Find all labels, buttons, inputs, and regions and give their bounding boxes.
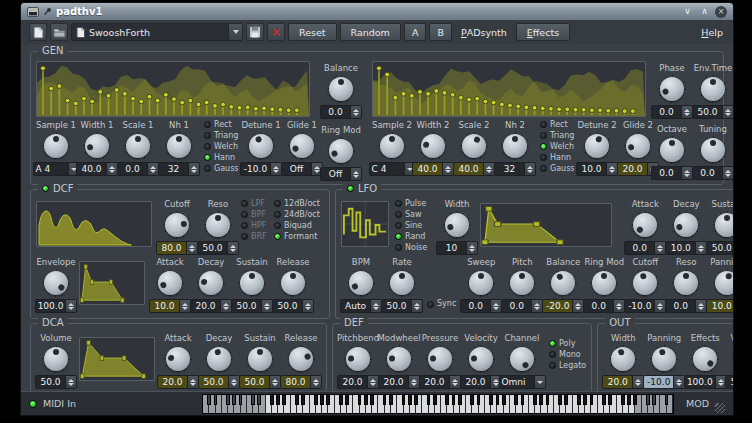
cutoff-knob[interactable] [163,211,191,239]
black-key[interactable] [627,395,631,405]
black-key[interactable] [427,395,431,405]
sustain-spinbox[interactable]: 50.0 [231,299,273,313]
bpm-spinbox[interactable]: Auto [340,299,382,313]
black-key[interactable] [633,395,637,405]
new-preset-button[interactable] [29,23,47,41]
effects-spinbox[interactable]: 100.0 [684,375,727,389]
release-spinbox[interactable]: 80.0 [280,375,322,389]
panning-knob[interactable] [650,345,678,373]
black-key[interactable] [652,395,656,405]
panning-knob[interactable] [713,269,733,297]
nh2-knob[interactable] [501,132,529,160]
modwheel-knob[interactable] [385,345,413,373]
black-key[interactable] [408,395,412,405]
black-key[interactable] [477,395,481,405]
spin-arrows-icon[interactable] [613,300,624,312]
minimize-button[interactable]: ∨ [681,5,694,18]
attack-spinbox[interactable]: 10.0 [149,299,191,313]
reso-knob[interactable] [204,211,232,239]
black-key[interactable] [533,395,537,405]
cutoff-spinbox[interactable]: 80.0 [156,241,198,255]
rate-knob[interactable] [388,269,416,297]
spin-arrows-icon[interactable] [681,167,692,179]
sweep-spinbox[interactable]: 0.0 [460,299,502,313]
spin-arrows-icon[interactable] [715,376,726,388]
spin-arrows-icon[interactable] [310,376,321,388]
spin-arrows-icon[interactable] [695,300,706,312]
width1-knob[interactable] [83,132,111,160]
spin-arrows-icon[interactable] [695,242,706,254]
black-key[interactable] [433,395,437,405]
black-key[interactable] [282,395,286,405]
black-key[interactable] [345,395,349,405]
black-key[interactable] [577,395,581,405]
pitchbend-knob[interactable] [344,345,372,373]
spin-arrows-icon[interactable] [654,242,665,254]
spin-arrows-icon[interactable] [442,163,453,175]
spin-arrows-icon[interactable] [531,300,542,312]
reso-spinbox[interactable]: 0.0 [665,299,707,313]
sustain-spinbox[interactable]: 50.0 [706,241,733,255]
detune1-knob[interactable] [247,132,275,160]
reset-button[interactable]: Reset [288,23,337,41]
black-key[interactable] [546,395,550,405]
preset-dropdown-arrow[interactable] [228,24,242,40]
black-key[interactable] [295,395,299,405]
black-key[interactable] [558,395,562,405]
spin-arrows-icon[interactable] [261,300,272,312]
tuning-knob[interactable] [699,136,727,164]
sustain-knob[interactable] [713,211,733,239]
reso-knob[interactable] [672,269,700,297]
black-key[interactable] [251,395,255,405]
black-key[interactable] [621,395,625,405]
release-knob[interactable] [279,269,307,297]
black-key[interactable] [276,395,280,405]
black-key[interactable] [239,395,243,405]
decay-spinbox[interactable]: 10.0 [665,241,707,255]
width2-knob[interactable] [419,132,447,160]
black-key[interactable] [226,395,230,405]
black-key[interactable] [364,395,368,405]
envtime-knob[interactable] [699,75,727,103]
radio-saw[interactable]: Saw [395,210,434,219]
attack-spinbox[interactable]: 20.0 [157,375,199,389]
black-key[interactable] [521,395,525,405]
radio-mono[interactable]: Mono [549,350,586,359]
phase-spinbox[interactable]: 0.0 [651,105,693,119]
black-key[interactable] [564,395,568,405]
glide2-knob[interactable] [624,132,652,160]
black-key[interactable] [590,395,594,405]
black-key[interactable] [314,395,318,405]
spin-arrows-icon[interactable] [220,300,231,312]
panning-spinbox[interactable]: 10.0 [706,299,733,313]
black-key[interactable] [214,395,218,405]
black-key[interactable] [458,395,462,405]
volume-spinbox[interactable]: 50.0 [35,375,77,389]
width1-spinbox[interactable]: 40.0 [76,162,118,176]
radio-12db-oct[interactable]: 12dB/oct [274,199,324,208]
spin-arrows-icon[interactable] [408,376,419,388]
radio-formant[interactable]: Formant [274,232,324,241]
sample1-combobox[interactable]: A 4 [33,162,80,176]
radio-biquad[interactable]: Biquad [274,221,324,230]
black-key[interactable] [539,395,543,405]
black-key[interactable] [502,395,506,405]
black-key[interactable] [389,395,393,405]
pitchbend-spinbox[interactable]: 20.0 [337,375,379,389]
decay-knob[interactable] [672,211,700,239]
spin-arrows-icon[interactable] [490,300,501,312]
rate-spinbox[interactable]: 50.0 [381,299,423,313]
balance-spinbox[interactable]: 0.0 [320,105,362,119]
black-key[interactable] [414,395,418,405]
radio-legato[interactable]: Legato [549,361,586,370]
random-button[interactable]: Random [340,23,401,41]
nh1-knob[interactable] [165,132,193,160]
effects-toggle[interactable]: Effects [516,23,570,41]
width2-spinbox[interactable]: 40.0 [412,162,454,176]
scale1-knob[interactable] [124,132,152,160]
piano-keyboard[interactable] [202,394,674,414]
lfo-wave-display[interactable] [341,201,389,247]
spin-arrows-icon[interactable] [65,300,76,312]
radio-gauss[interactable]: Gauss [204,164,240,173]
black-key[interactable] [326,395,330,405]
